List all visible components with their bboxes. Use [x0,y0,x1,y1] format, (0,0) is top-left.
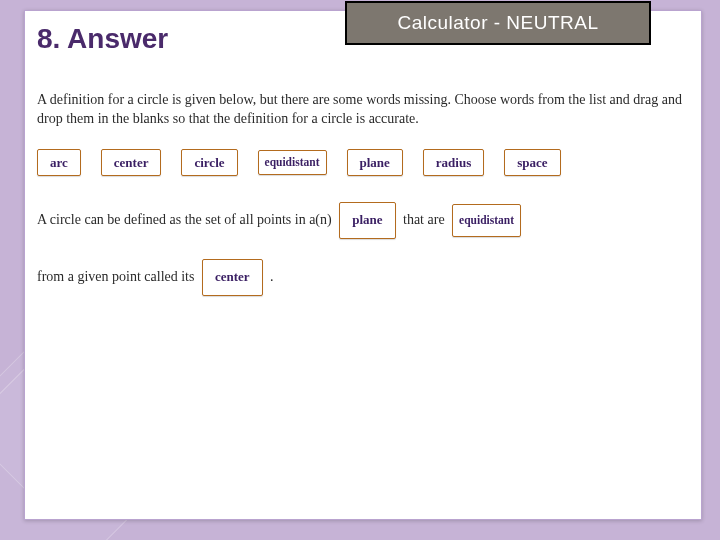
instructions-text: A definition for a circle is given below… [37,91,691,129]
sentence-part1: A circle can be defined as the set of al… [37,212,332,227]
word-chip-space[interactable]: space [504,149,560,177]
word-chip-plane[interactable]: plane [347,149,403,177]
word-chip-circle[interactable]: circle [181,149,237,177]
word-chip-center[interactable]: center [101,149,162,177]
word-bank: arc center circle equidistant plane radi… [37,149,691,177]
definition-sentence-line2: from a given point called its center . [37,259,691,296]
slide-frame: 8. Answer Calculator - NEUTRAL A definit… [24,10,702,520]
blank-2[interactable]: equidistant [452,204,521,237]
blank-1[interactable]: plane [339,202,395,239]
definition-sentence-line1: A circle can be defined as the set of al… [37,202,691,239]
sentence-part4: . [270,268,274,283]
slide-title: 8. Answer [37,23,168,55]
sentence-part2: that are [403,212,445,227]
word-chip-arc[interactable]: arc [37,149,81,177]
calculator-status-box: Calculator - NEUTRAL [345,1,651,45]
word-chip-radius[interactable]: radius [423,149,484,177]
blank-3[interactable]: center [202,259,263,296]
sentence-part3: from a given point called its [37,268,194,283]
word-chip-equidistant[interactable]: equidistant [258,150,327,176]
problem-content: A definition for a circle is given below… [37,91,691,316]
